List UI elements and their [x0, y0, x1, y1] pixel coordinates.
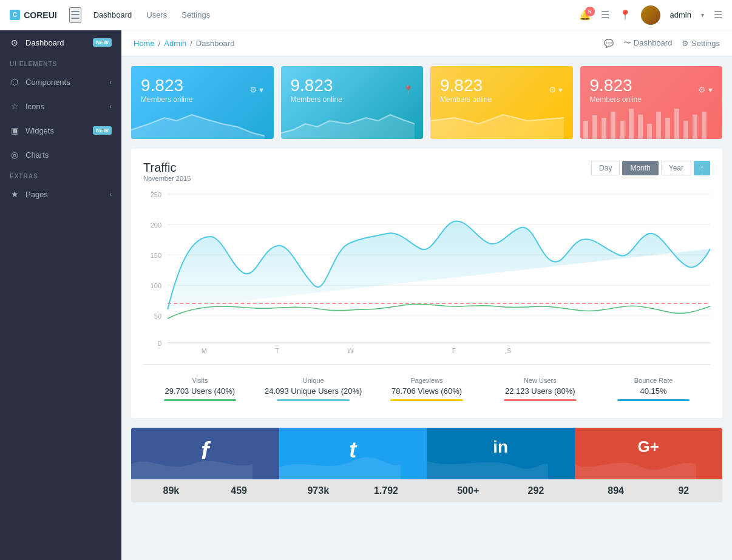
- sidebar-toggle-button[interactable]: ☰: [714, 9, 722, 21]
- bounce-value: 40.15%: [602, 386, 705, 396]
- period-month-button[interactable]: Month: [622, 161, 658, 175]
- new-users-line: [504, 399, 577, 401]
- breadcrumb-action-comment[interactable]: 💬: [604, 39, 614, 48]
- admin-caret[interactable]: ▾: [701, 12, 704, 18]
- stat-gear-0[interactable]: ⚙ ▾: [249, 85, 264, 95]
- sidebar-section-ui: UI ELEMENTS: [0, 55, 121, 70]
- stat-gear-1[interactable]: 📍: [403, 85, 413, 95]
- pageviews-value: 78.706 Views (60%): [375, 386, 479, 396]
- svg-text:250: 250: [151, 191, 161, 198]
- twitter-icon: t: [289, 437, 418, 463]
- dashboard-badge: NEW: [93, 38, 112, 47]
- sidebar: ⊙ Dashboard NEW UI ELEMENTS ⬡ Components…: [0, 30, 121, 560]
- stat-value-1: 9.823: [291, 76, 342, 95]
- stats-row: Visits 29.703 Users (40%) Unique 24.093 …: [143, 364, 710, 406]
- breadcrumb-action-dashboard[interactable]: 〜 Dashboard: [623, 38, 672, 49]
- breadcrumb-home[interactable]: Home: [134, 39, 155, 48]
- layout: ⊙ Dashboard NEW UI ELEMENTS ⬡ Components…: [0, 30, 732, 560]
- linkedin-icon: in: [436, 437, 565, 457]
- svg-rect-6: [638, 115, 643, 139]
- sidebar-label-components: Components: [25, 78, 70, 87]
- breadcrumb-bar: Home / Admin / Dashboard 💬 〜 Dashboard ⚙…: [121, 30, 732, 56]
- top-nav-right: 🔔 5 ☰ 📍 admin ▾ ☰: [579, 5, 722, 25]
- stat-gear-3[interactable]: ⚙ ▾: [698, 85, 713, 95]
- location-icon-button[interactable]: 📍: [619, 9, 631, 21]
- sidebar-label-pages: Pages: [25, 190, 48, 199]
- sidebar-label-icons: Icons: [25, 102, 44, 111]
- icons-icon: ☆: [10, 101, 19, 111]
- social-cards-grid: f t in: [131, 428, 722, 479]
- sidebar-item-widgets[interactable]: ▣ Widgets NEW: [0, 118, 121, 143]
- breadcrumb-action-settings[interactable]: ⚙ Settings: [682, 39, 720, 48]
- period-day-button[interactable]: Day: [591, 161, 620, 175]
- breadcrumb: Home / Admin / Dashboard: [134, 39, 234, 48]
- pageviews-line: [390, 399, 463, 401]
- bounce-label: Bounce Rate: [602, 377, 705, 384]
- top-navigation: C COREUI ☰ Dashboard Users Settings 🔔 5 …: [0, 0, 732, 30]
- googleplus-val1: 894: [608, 485, 624, 496]
- stat-value-0: 9.823: [141, 76, 192, 95]
- nav-users[interactable]: Users: [146, 10, 167, 19]
- sidebar-item-charts[interactable]: ◎ Charts: [0, 143, 121, 167]
- chart-area: 250 200 150 100 50 0: [143, 188, 710, 358]
- svg-text:S: S: [507, 347, 511, 354]
- svg-rect-7: [647, 124, 652, 139]
- stat-col-unique: Unique 24.093 Unique Users (20%): [257, 372, 370, 406]
- sidebar-item-dashboard[interactable]: ⊙ Dashboard NEW: [0, 30, 121, 55]
- stat-gear-2[interactable]: ⚙ ▾: [549, 85, 563, 95]
- period-year-button[interactable]: Year: [661, 161, 691, 175]
- pageviews-label: Pageviews: [375, 377, 479, 384]
- googleplus-num1: 894: [608, 485, 624, 496]
- facebook-num2: 459: [231, 485, 247, 496]
- googleplus-icon: G+: [585, 437, 713, 456]
- breadcrumb-admin[interactable]: Admin: [164, 39, 186, 48]
- admin-label: admin: [670, 10, 691, 19]
- breadcrumb-sep1: /: [158, 39, 161, 48]
- svg-text:W: W: [347, 347, 354, 354]
- googleplus-val2: 92: [678, 485, 689, 496]
- twitter-num2: 1.792: [374, 485, 398, 496]
- pages-chevron: ‹: [110, 191, 112, 198]
- facebook-num1: 89k: [163, 485, 180, 496]
- sidebar-item-components[interactable]: ⬡ Components ‹: [0, 70, 121, 94]
- unique-label: Unique: [262, 377, 365, 384]
- sidebar-section-extras: EXTRAS: [0, 167, 121, 182]
- svg-rect-4: [620, 121, 625, 139]
- linkedin-num1: 500+: [457, 485, 479, 496]
- avatar[interactable]: [641, 5, 660, 25]
- hamburger-button[interactable]: ☰: [69, 7, 81, 23]
- main-content: Home / Admin / Dashboard 💬 〜 Dashboard ⚙…: [121, 30, 732, 560]
- stat-card-3: 9.823 Members online ⚙ ▾: [580, 66, 723, 139]
- pages-icon: ★: [10, 189, 19, 199]
- sidebar-label-charts: Charts: [25, 150, 49, 160]
- widgets-badge: NEW: [93, 126, 112, 135]
- sidebar-item-pages[interactable]: ★ Pages ‹: [0, 182, 121, 206]
- facebook-val1: 89k: [163, 485, 180, 496]
- components-chevron: ‹: [110, 79, 112, 86]
- traffic-title: Traffic: [143, 161, 191, 175]
- svg-text:150: 150: [151, 252, 161, 259]
- components-icon: ⬡: [10, 77, 19, 87]
- traffic-controls: Day Month Year ↑: [591, 161, 710, 175]
- upload-button[interactable]: ↑: [694, 161, 710, 175]
- stat-col-visits: Visits 29.703 Users (40%): [143, 372, 257, 406]
- svg-rect-5: [629, 109, 634, 139]
- list-icon-button[interactable]: ☰: [601, 9, 609, 21]
- stat-value-2: 9.823: [440, 76, 492, 95]
- stat-card-1: 9.823 Members online 📍: [281, 66, 424, 139]
- svg-rect-10: [674, 109, 679, 139]
- stat-chart-2: [430, 103, 564, 139]
- nav-dashboard[interactable]: Dashboard: [93, 10, 132, 19]
- facebook-icon: f: [141, 437, 269, 465]
- nav-settings[interactable]: Settings: [181, 10, 210, 19]
- stat-chart-3: [580, 103, 714, 139]
- social-nums-grid: 89k 459 973k 1.792: [131, 479, 722, 502]
- widgets-icon: ▣: [10, 126, 19, 135]
- svg-text:200: 200: [151, 221, 161, 229]
- sidebar-item-icons[interactable]: ☆ Icons ‹: [0, 94, 121, 118]
- logo-text: COREUI: [24, 10, 56, 20]
- new-users-label: New Users: [488, 377, 592, 384]
- stat-col-new-users: New Users 22.123 Users (80%): [483, 372, 597, 406]
- stat-col-bounce: Bounce Rate 40.15%: [597, 372, 710, 406]
- notification-button[interactable]: 🔔 5: [579, 9, 591, 21]
